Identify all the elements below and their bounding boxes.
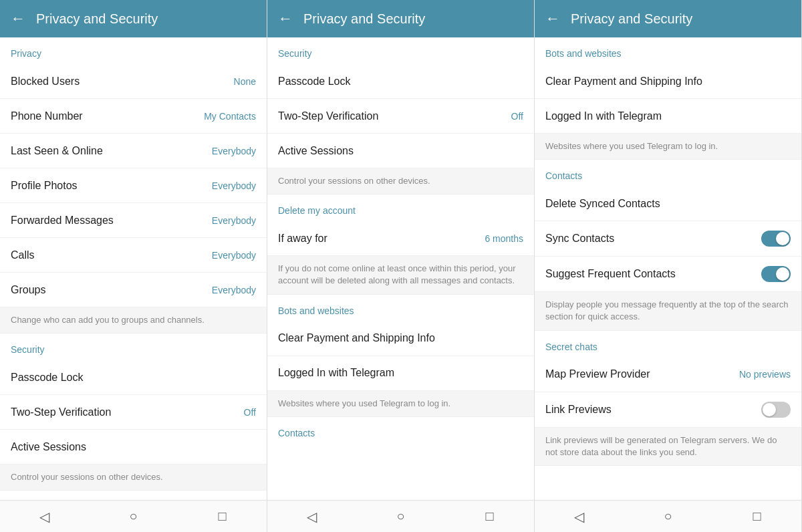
back-nav-icon[interactable]: ◁: [31, 503, 58, 530]
section-label-0: Bots and websites: [535, 37, 801, 64]
list-item[interactable]: Blocked UsersNone: [0, 64, 267, 99]
home-nav-icon[interactable]: ○: [388, 503, 414, 530]
item-value: Off: [511, 111, 523, 122]
nav-bar: ◁○□: [535, 500, 801, 532]
item-value: Everybody: [212, 180, 256, 191]
page-title: Privacy and Security: [571, 11, 692, 27]
panel-header: ← Privacy and Security: [267, 0, 534, 37]
item-label: Clear Payment and Shipping Info: [278, 332, 435, 344]
item-value: Everybody: [212, 215, 256, 226]
hint-text: Link previews will be generated on Teleg…: [535, 428, 801, 466]
list-item[interactable]: Clear Payment and Shipping Info: [535, 64, 801, 99]
item-label: Last Seen & Online: [11, 145, 103, 157]
item-value: 6 months: [485, 233, 523, 244]
item-label: Active Sessions: [278, 145, 354, 157]
item-label: Blocked Users: [11, 76, 80, 88]
item-label: Logged In with Telegram: [278, 367, 394, 379]
back-button[interactable]: ←: [278, 10, 293, 27]
list-item[interactable]: Active Sessions: [0, 430, 267, 464]
item-value: Off: [244, 407, 256, 418]
list-item[interactable]: Suggest Frequent Contacts: [535, 257, 801, 292]
toggle-off[interactable]: [761, 402, 791, 418]
item-label: Delete Synced Contacts: [545, 198, 660, 210]
section-label-2: Secret chats: [535, 331, 801, 358]
hint-text: Change who can add you to groups and cha…: [0, 307, 267, 334]
hint-text: Display people you message frequently at…: [535, 292, 801, 330]
item-label: Two-Step Verification: [278, 110, 378, 122]
hint-text: Control your sessions on other devices.: [267, 168, 534, 194]
item-value: No previews: [739, 369, 791, 380]
nav-bar: ◁○□: [267, 500, 534, 532]
section-label-0: Security: [267, 37, 534, 64]
list-item[interactable]: Link Previews: [535, 392, 801, 428]
list-item[interactable]: If away for6 months: [267, 221, 534, 256]
page-title: Privacy and Security: [36, 11, 158, 27]
recents-nav-icon[interactable]: □: [477, 503, 503, 530]
item-label: Map Preview Provider: [545, 368, 650, 380]
item-label: Suggest Frequent Contacts: [545, 268, 676, 280]
item-value: None: [234, 76, 256, 87]
list-item[interactable]: CallsEverybody: [0, 238, 267, 273]
panel-content: SecurityPasscode LockTwo-Step Verificati…: [267, 37, 534, 500]
list-item[interactable]: Active Sessions: [267, 134, 534, 168]
back-nav-icon[interactable]: ◁: [299, 503, 325, 530]
recents-nav-icon[interactable]: □: [209, 503, 236, 530]
panel-content: PrivacyBlocked UsersNonePhone NumberMy C…: [0, 37, 267, 500]
toggle-on[interactable]: [761, 266, 791, 282]
section-label-1: Contacts: [535, 160, 801, 186]
list-item[interactable]: Delete Synced Contacts: [535, 186, 801, 221]
item-label: Passcode Lock: [278, 76, 351, 88]
list-item[interactable]: Last Seen & OnlineEverybody: [0, 134, 267, 168]
list-item[interactable]: Two-Step VerificationOff: [0, 395, 267, 430]
list-item[interactable]: Logged In with Telegram: [535, 99, 801, 134]
item-value: Everybody: [212, 285, 256, 295]
back-button[interactable]: ←: [545, 10, 560, 27]
panel-3: ← Privacy and Security Bots and websites…: [535, 0, 802, 532]
panel-content: Bots and websitesClear Payment and Shipp…: [535, 37, 801, 500]
hint-text: Control your sessions on other devices.: [0, 464, 267, 491]
list-item[interactable]: Sync Contacts: [535, 221, 801, 257]
list-item[interactable]: GroupsEverybody: [0, 273, 267, 307]
hint-text: If you do not come online at least once …: [267, 256, 534, 294]
item-label: Link Previews: [545, 404, 612, 416]
home-nav-icon[interactable]: ○: [655, 503, 682, 530]
panel-1: ← Privacy and Security PrivacyBlocked Us…: [0, 0, 267, 532]
back-nav-icon[interactable]: ◁: [566, 503, 593, 530]
item-value: Everybody: [212, 250, 256, 261]
list-item[interactable]: Passcode Lock: [0, 360, 267, 395]
item-label: Two-Step Verification: [11, 406, 111, 418]
back-button[interactable]: ←: [11, 10, 25, 27]
home-nav-icon[interactable]: ○: [120, 503, 147, 530]
panel-header: ← Privacy and Security: [535, 0, 801, 37]
item-label: Passcode Lock: [11, 372, 84, 384]
item-label: Profile Photos: [11, 180, 78, 192]
panel-header: ← Privacy and Security: [0, 0, 267, 37]
item-label: Clear Payment and Shipping Info: [545, 76, 702, 88]
page-title: Privacy and Security: [303, 11, 425, 27]
nav-bar: ◁○□: [0, 500, 267, 532]
list-item[interactable]: Profile PhotosEverybody: [0, 168, 267, 203]
item-label: Groups: [11, 284, 45, 296]
list-item[interactable]: Forwarded MessagesEverybody: [0, 203, 267, 238]
toggle-on[interactable]: [761, 231, 791, 247]
list-item[interactable]: Phone NumberMy Contacts: [0, 99, 267, 134]
list-item[interactable]: Two-Step VerificationOff: [267, 99, 534, 134]
item-value: Everybody: [212, 146, 256, 156]
list-item[interactable]: Map Preview ProviderNo previews: [535, 358, 801, 392]
item-label: Logged In with Telegram: [545, 110, 662, 122]
item-value: My Contacts: [204, 111, 256, 122]
list-item[interactable]: Clear Payment and Shipping Info: [267, 321, 534, 356]
list-item[interactable]: Passcode Lock: [267, 64, 534, 99]
recents-nav-icon[interactable]: □: [744, 503, 771, 530]
item-label: Active Sessions: [11, 441, 86, 453]
list-item[interactable]: Logged In with Telegram: [267, 356, 534, 391]
panel-2: ← Privacy and Security SecurityPasscode …: [267, 0, 535, 532]
item-label: Calls: [11, 249, 35, 261]
section-label-1: Delete my account: [267, 194, 534, 221]
section-label-3: Contacts: [267, 417, 534, 444]
hint-text: Websites where you used Telegram to log …: [535, 134, 801, 160]
item-label: If away for: [278, 233, 327, 245]
item-label: Phone Number: [11, 110, 83, 122]
item-label: Forwarded Messages: [11, 215, 114, 227]
section-label-0: Privacy: [0, 37, 267, 64]
